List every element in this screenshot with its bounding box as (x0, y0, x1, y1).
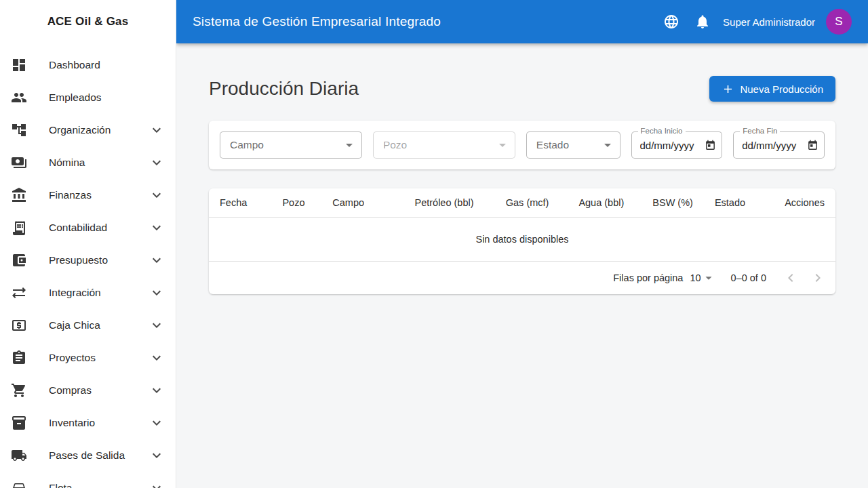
rows-per-page-value: 10 (690, 272, 701, 283)
fecha-inicio-value: dd/mm/yyyy (640, 140, 703, 151)
sidebar-item-caja-chica[interactable]: Caja Chica (0, 309, 176, 342)
sidebar-item-label: Dashboard (49, 59, 165, 71)
bell-icon (694, 14, 711, 30)
chevron-down-icon (149, 317, 165, 333)
bank-icon (11, 187, 27, 203)
table-header-row: Fecha Pozo Campo Petróleo (bbl) Gas (mcf… (209, 188, 835, 217)
appbar-actions: Super Administrador S (658, 8, 852, 35)
plus-icon (722, 83, 734, 96)
appbar: Sistema de Gestión Empresarial Integrado… (176, 0, 868, 43)
sidebar-menu: Dashboard Empleados Organización Nómina … (0, 43, 176, 488)
sidebar: ACE Oil & Gas Dashboard Empleados Organi… (0, 0, 176, 488)
people-icon (11, 89, 27, 106)
chevron-down-icon (149, 447, 165, 464)
truck-icon (11, 447, 27, 464)
sidebar-item-integracion[interactable]: Integración (0, 277, 176, 309)
calendar-icon[interactable] (705, 140, 716, 151)
calendar-icon[interactable] (807, 140, 818, 151)
filters-card: Campo Pozo Estado Fecha Inicio dd/mm/yyy… (209, 121, 835, 169)
campo-select-value: Campo (230, 139, 264, 151)
receipt-icon (11, 220, 27, 236)
column-header-pozo: Pozo (271, 188, 321, 217)
estado-select[interactable]: Estado (526, 131, 620, 159)
column-header-campo: Campo (321, 188, 397, 217)
avatar[interactable]: S (826, 9, 852, 35)
sidebar-item-dashboard[interactable]: Dashboard (0, 49, 176, 81)
sidebar-item-contabilidad[interactable]: Contabilidad (0, 211, 176, 244)
sidebar-item-nomina[interactable]: Nómina (0, 146, 176, 179)
fecha-fin-input[interactable]: Fecha Fin dd/mm/yyyy (733, 131, 825, 159)
production-table-card: Fecha Pozo Campo Petróleo (bbl) Gas (mcf… (209, 188, 835, 294)
new-production-label: Nueva Producción (740, 83, 823, 95)
sidebar-item-label: Presupuesto (49, 254, 149, 266)
sidebar-item-empleados[interactable]: Empleados (0, 81, 176, 114)
pagination-range: 0–0 of 0 (731, 272, 766, 283)
sidebar-item-proyectos[interactable]: Proyectos (0, 342, 176, 374)
shopping-cart-icon (11, 382, 27, 399)
wallet-icon (11, 252, 27, 268)
column-header-petroleo: Petróleo (bbl) (397, 188, 484, 217)
previous-page-button[interactable] (777, 264, 804, 291)
next-page-button[interactable] (804, 264, 831, 291)
page-header: Producción Diaria Nueva Producción (209, 76, 835, 102)
fecha-fin-label: Fecha Fin (740, 127, 780, 135)
fecha-fin-value: dd/mm/yyyy (742, 140, 804, 151)
sidebar-item-label: Integración (49, 287, 149, 299)
page-title: Producción Diaria (209, 78, 359, 100)
sidebar-item-label: Flota (49, 482, 149, 488)
chevron-down-icon (149, 415, 165, 431)
payments-icon (11, 155, 27, 171)
clipboard-icon (11, 350, 27, 366)
sidebar-item-label: Organización (49, 124, 149, 136)
chevron-down-icon (149, 252, 165, 268)
table-pagination: Filas por página 10 0–0 of 0 (209, 262, 835, 294)
dropdown-caret-icon (494, 137, 511, 153)
fecha-inicio-input[interactable]: Fecha Inicio dd/mm/yyyy (631, 131, 723, 159)
app-logo: ACE Oil & Gas (0, 0, 176, 43)
language-button[interactable] (658, 8, 685, 35)
appbar-title: Sistema de Gestión Empresarial Integrado (193, 14, 658, 29)
org-tree-icon (11, 122, 27, 138)
sidebar-item-label: Pases de Salida (49, 449, 149, 462)
sidebar-item-organizacion[interactable]: Organización (0, 114, 176, 146)
sidebar-item-finanzas[interactable]: Finanzas (0, 179, 176, 211)
column-header-estado: Estado (704, 188, 760, 217)
rows-per-page-label: Filas por página (613, 272, 683, 283)
user-name: Super Administrador (723, 16, 815, 28)
chevron-down-icon (149, 480, 165, 488)
chevron-down-icon (149, 350, 165, 366)
chevron-down-icon (149, 220, 165, 236)
sidebar-item-presupuesto[interactable]: Presupuesto (0, 244, 176, 277)
chevron-down-icon (149, 122, 165, 138)
chevron-down-icon (149, 187, 165, 203)
sidebar-item-label: Proyectos (49, 352, 149, 364)
sidebar-item-label: Caja Chica (49, 319, 149, 331)
dashboard-icon (11, 57, 27, 73)
production-table: Fecha Pozo Campo Petróleo (bbl) Gas (mcf… (209, 188, 835, 262)
dropdown-caret-icon (599, 137, 616, 153)
sidebar-item-label: Compras (49, 384, 149, 396)
inventory-icon (11, 415, 27, 431)
empty-message: Sin datos disponibles (209, 217, 835, 261)
campo-select[interactable]: Campo (220, 131, 362, 159)
chevron-down-icon (149, 285, 165, 301)
sidebar-item-label: Nómina (49, 157, 149, 169)
rows-per-page-select[interactable]: 10 (690, 270, 715, 285)
sidebar-item-flota[interactable]: Flota (0, 472, 176, 488)
sidebar-item-label: Inventario (49, 417, 149, 429)
column-header-fecha: Fecha (209, 188, 271, 217)
sidebar-item-pases-de-salida[interactable]: Pases de Salida (0, 439, 176, 472)
column-header-acciones: Acciones (760, 188, 835, 217)
column-header-bsw: BSW (%) (635, 188, 704, 217)
estado-select-value: Estado (536, 139, 569, 151)
sidebar-item-label: Contabilidad (49, 222, 149, 234)
dropdown-caret-icon (701, 270, 716, 285)
sidebar-item-inventario[interactable]: Inventario (0, 407, 176, 439)
new-production-button[interactable]: Nueva Producción (709, 76, 835, 102)
sidebar-item-label: Empleados (49, 92, 165, 104)
sidebar-item-compras[interactable]: Compras (0, 374, 176, 407)
pozo-select[interactable]: Pozo (373, 131, 515, 159)
empty-row: Sin datos disponibles (209, 217, 835, 261)
notifications-button[interactable] (689, 8, 716, 35)
chevron-down-icon (149, 155, 165, 171)
